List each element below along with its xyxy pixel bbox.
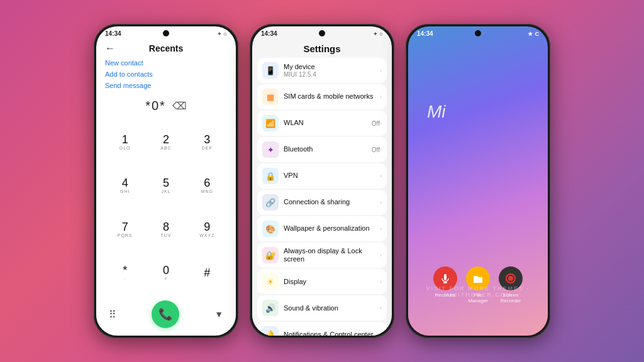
wlan-arrow: › [380, 120, 382, 126]
sim-arrow: › [380, 94, 382, 100]
key-9[interactable]: 9WXYZ [187, 208, 227, 251]
filemanager-label: FileManager [468, 292, 488, 304]
sound-text: Sound & vibration [284, 304, 380, 312]
dialer-bottom-bar: ⠿ 📞 ▼ [96, 297, 236, 336]
call-button[interactable]: 📞 [152, 300, 179, 328]
settings-item-mydevice[interactable]: 📱 My device MIUI 12.5.4 › [257, 58, 387, 83]
mydevice-value: MIUI 12.5.4 [284, 71, 380, 78]
settings-item-sound[interactable]: 🔊 Sound & vibration › [257, 295, 387, 321]
settings-item-connection[interactable]: 🔗 Connection & sharing › [257, 190, 387, 215]
aod-arrow: › [380, 252, 382, 258]
add-to-contacts-link[interactable]: Add to contacts [105, 69, 227, 80]
notifications-label: Notifications & Control center [284, 331, 380, 336]
settings-item-display[interactable]: ☀ Display › [257, 269, 387, 294]
wallpaper-icon: 🎨 [262, 221, 279, 237]
connection-arrow: › [380, 199, 382, 206]
dialer-title: Recents [149, 43, 183, 53]
key-hash[interactable]: # [187, 252, 227, 295]
status-battery-3: C [535, 31, 540, 37]
settings-item-vpn[interactable]: 🔒 VPN › [257, 163, 387, 189]
vpn-text: VPN [284, 172, 380, 180]
screenrecorder-icon [499, 266, 523, 290]
wlan-text: WLAN [284, 119, 372, 127]
notifications-text: Notifications & Control center [284, 331, 380, 336]
home-apps-row: Recorder FileManager ScreenRecorder [408, 266, 548, 304]
key-3[interactable]: 3DEF [187, 121, 227, 163]
wlan-icon: 📶 [262, 115, 279, 131]
vpn-arrow: › [380, 173, 382, 179]
mydevice-icon: 📱 [262, 62, 279, 79]
back-button[interactable]: ← [105, 43, 115, 54]
wallpaper-arrow: › [380, 226, 382, 232]
delete-button[interactable]: ⌫ [172, 100, 187, 112]
vpn-label: VPN [284, 172, 380, 180]
dialer-screen: 14:34 + ○ ← Recents New contact Add to c… [96, 26, 236, 336]
phone-2: 14:34 + ○ Settings 📱 My device MIUI 12.5… [250, 24, 394, 338]
mydevice-arrow: › [380, 67, 382, 74]
sim-icon: ▦ [262, 89, 279, 105]
sound-label: Sound & vibration [284, 304, 380, 312]
key-1[interactable]: 1GLO [105, 121, 145, 163]
sim-text: SIM cards & mobile networks [284, 92, 380, 101]
filemanager-icon [466, 266, 490, 290]
grid-icon[interactable]: ⠿ [109, 309, 116, 321]
status-time-2: 14:34 [261, 30, 277, 37]
status-icons-1: + ○ [218, 31, 227, 37]
sound-icon: 🔊 [262, 300, 279, 316]
aod-text: Always-on display & Lock screen [284, 247, 380, 263]
key-8[interactable]: 8TUV [146, 208, 186, 251]
recorder-icon [433, 266, 457, 290]
send-message-link[interactable]: Send message [105, 80, 227, 91]
settings-item-bluetooth[interactable]: ✦ Bluetooth Off › [257, 137, 387, 162]
phone-3: 14:34 ★ C Mi Recorder [406, 24, 550, 338]
home-app-filemanager[interactable]: FileManager [466, 266, 490, 304]
vpn-icon: 🔒 [262, 168, 279, 184]
display-icon: ☀ [262, 273, 279, 290]
key-2[interactable]: 2ABC [146, 121, 186, 163]
mydevice-text: My device MIUI 12.5.4 [284, 63, 380, 78]
dialed-number: *0* [145, 99, 166, 113]
phone-1: 14:34 + ○ ← Recents New contact Add to c… [94, 24, 238, 338]
bluetooth-label: Bluetooth [284, 145, 372, 153]
settings-item-aod[interactable]: 🔐 Always-on display & Lock screen › [257, 243, 387, 268]
settings-item-wlan[interactable]: 📶 WLAN Off › [257, 111, 387, 136]
status-time-3: 14:34 [417, 30, 433, 37]
new-contact-link[interactable]: New contact [105, 57, 227, 69]
dialer-arrow-icon[interactable]: ▼ [214, 309, 223, 319]
settings-item-wallpaper[interactable]: 🎨 Wallpaper & personalization › [257, 216, 387, 241]
wlan-value: Off [372, 120, 380, 127]
settings-list: 📱 My device MIUI 12.5.4 › ▦ SIM cards & … [252, 58, 392, 336]
key-4[interactable]: 4GHI [105, 165, 145, 207]
display-arrow: › [380, 278, 382, 285]
bluetooth-icon: ✦ [262, 141, 279, 158]
bluetooth-arrow: › [380, 146, 382, 153]
home-screen: 14:34 ★ C Mi Recorder [408, 26, 548, 336]
wallpaper-label: Wallpaper & personalization [284, 224, 380, 233]
status-battery-2: ○ [380, 31, 383, 37]
aod-label: Always-on display & Lock screen [284, 247, 380, 263]
key-7[interactable]: 7PQRS [105, 208, 145, 251]
settings-item-sim[interactable]: ▦ SIM cards & mobile networks › [257, 84, 387, 109]
key-6[interactable]: 6MNO [187, 165, 227, 207]
home-app-screenrecorder[interactable]: ScreenRecorder [499, 266, 523, 304]
settings-title: Settings [252, 38, 392, 58]
dialer-header: ← Recents [96, 38, 236, 56]
sound-arrow: › [380, 305, 382, 311]
aod-icon: 🔐 [262, 247, 279, 263]
key-5[interactable]: 5JKL [146, 165, 186, 207]
connection-text: Connection & sharing [284, 198, 380, 206]
key-star[interactable]: *· [105, 252, 145, 295]
status-signal-3: ★ [528, 31, 533, 37]
key-0[interactable]: 0+ [146, 252, 186, 295]
notifications-arrow: › [380, 331, 382, 336]
status-signal-2: + [374, 31, 377, 37]
dialer-actions: New contact Add to contacts Send message [96, 56, 236, 94]
status-battery-1: ○ [224, 31, 227, 37]
home-app-recorder[interactable]: Recorder [433, 266, 457, 304]
connection-icon: 🔗 [262, 194, 279, 211]
bluetooth-text: Bluetooth [284, 145, 372, 153]
settings-item-notifications[interactable]: 🔔 Notifications & Control center › [257, 322, 387, 336]
screenrecorder-label: ScreenRecorder [501, 292, 521, 304]
svg-rect-0 [444, 274, 447, 280]
svg-point-4 [508, 276, 513, 281]
